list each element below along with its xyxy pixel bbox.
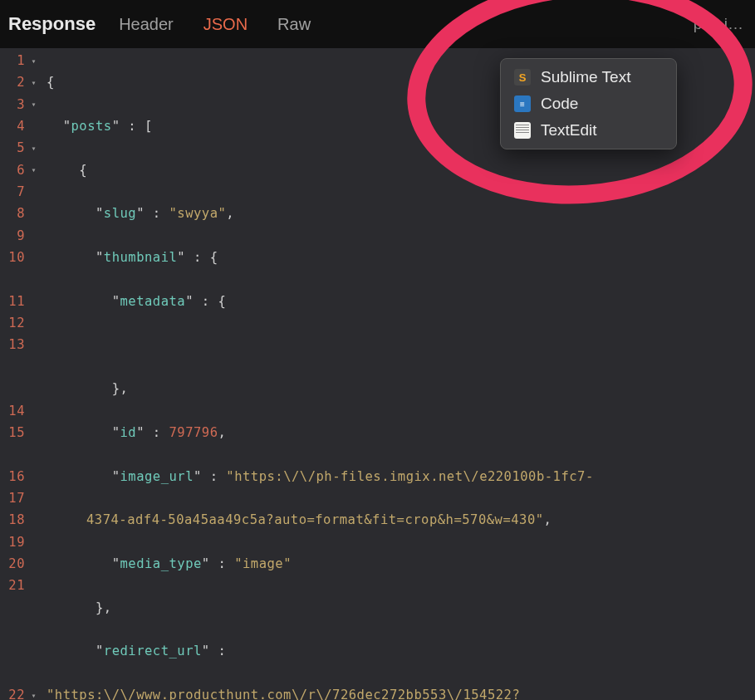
tab-header[interactable]: Header: [104, 15, 189, 34]
panel-title: Response: [7, 13, 104, 35]
fold-icon[interactable]: ▾: [27, 76, 37, 90]
menu-item-label: TextEdit: [541, 121, 597, 140]
menu-item-code[interactable]: ≡ Code: [501, 91, 676, 117]
sublime-icon: S: [514, 69, 531, 86]
fold-icon[interactable]: ▾: [27, 163, 37, 177]
line-gutter: 1▾ 2▾ 3▾ 4 5▾ 6▾ 7 8 9 10 11 12 13 14 15…: [0, 48, 38, 700]
fold-icon[interactable]: ▾: [27, 688, 37, 700]
menu-item-textedit[interactable]: TextEdit: [501, 117, 676, 144]
response-tabbar: Response Header JSON Raw pen i…: [0, 0, 755, 48]
menu-item-label: Sublime Text: [541, 68, 630, 86]
vscode-icon: ≡: [514, 95, 531, 112]
menu-item-label: Code: [541, 95, 578, 113]
tab-raw[interactable]: Raw: [262, 15, 326, 34]
tab-json[interactable]: JSON: [189, 15, 262, 34]
fold-icon[interactable]: ▾: [27, 141, 37, 155]
fold-icon[interactable]: ▾: [27, 97, 37, 111]
fold-icon[interactable]: ▾: [27, 54, 37, 68]
textedit-icon: [514, 122, 531, 139]
open-in-button[interactable]: pen i…: [694, 15, 748, 33]
menu-item-sublime-text[interactable]: S Sublime Text: [501, 64, 676, 91]
open-in-menu: S Sublime Text ≡ Code TextEdit: [500, 58, 677, 149]
